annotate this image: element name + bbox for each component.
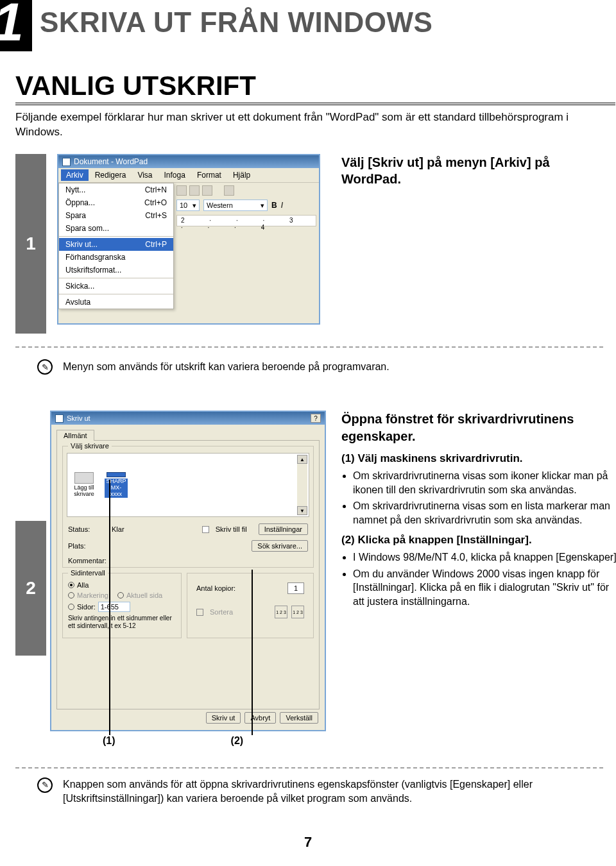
menu-item-spara[interactable]: SparaCtrl+S bbox=[59, 209, 173, 222]
menu-item-skicka[interactable]: Skicka... bbox=[59, 280, 173, 293]
menu-item-utskriftsformat[interactable]: Utskriftsformat... bbox=[59, 264, 173, 276]
chapter-title: SKRIVA UT FRÅN WINDOWS bbox=[40, 6, 432, 38]
wordpad-menubar: Arkiv Redigera Visa Infoga Format Hjälp bbox=[58, 168, 319, 183]
help-button[interactable]: ? bbox=[311, 414, 321, 423]
add-printer-item[interactable]: Lägg till skrivare bbox=[73, 472, 96, 498]
group-sidintervall: Sidintervall bbox=[68, 569, 108, 577]
radio-sidor[interactable] bbox=[68, 604, 74, 610]
scroll-down-icon[interactable]: ▼ bbox=[297, 506, 307, 515]
note-2-text: Knappen som används för att öppna skriva… bbox=[63, 777, 595, 806]
menu-item-spara-som[interactable]: Spara som... bbox=[59, 222, 173, 235]
group-valj-skrivare: Välj skrivare bbox=[68, 442, 112, 450]
step-2-marker: 2 bbox=[15, 521, 46, 656]
step-2-b3: I Windows 98/Me/NT 4.0, klicka på knappe… bbox=[353, 550, 616, 565]
chevron-down-icon: ▾ bbox=[261, 201, 264, 210]
status-value: Klar bbox=[112, 525, 124, 533]
section-intro: Följande exempel förklarar hur man skriv… bbox=[15, 110, 580, 140]
cancel-button[interactable]: Avbryt bbox=[244, 712, 276, 724]
note-1: ✎ Menyn som används för utskrift kan var… bbox=[37, 359, 389, 375]
radio-sidor-label: Sidor: bbox=[77, 603, 96, 611]
sortera-checkbox[interactable] bbox=[196, 609, 203, 616]
print-dialog-titlebar: Skriv ut ? bbox=[51, 412, 325, 425]
tab-allmant[interactable]: Allmänt bbox=[56, 430, 94, 441]
apply-button[interactable]: Verkställ bbox=[280, 712, 318, 724]
chevron-down-icon: ▾ bbox=[193, 201, 196, 210]
step-2-b4: Om du använder Windows 2000 visas ingen … bbox=[353, 567, 616, 609]
menu-item-forhandsgranska[interactable]: Förhandsgranska bbox=[59, 251, 173, 264]
kommentar-label: Kommentar: bbox=[68, 557, 108, 565]
step-2-sub1: (1) Välj maskinens skrivardrivrutin. bbox=[341, 452, 616, 466]
radio-alla[interactable] bbox=[68, 582, 74, 588]
to-file-checkbox[interactable] bbox=[202, 526, 209, 533]
page-number: 7 bbox=[0, 834, 616, 851]
pencil-icon: ✎ bbox=[37, 359, 53, 375]
divider bbox=[15, 346, 603, 348]
pencil-icon: ✎ bbox=[37, 777, 53, 793]
menu-infoga[interactable]: Infoga bbox=[159, 169, 191, 181]
radio-aktuell[interactable] bbox=[117, 592, 124, 599]
step-2-instruction: Öppna fönstret för skrivardrivrutinens e… bbox=[341, 411, 616, 615]
to-file-label: Skriv till fil bbox=[216, 525, 247, 533]
menu-redigera[interactable]: Redigera bbox=[90, 169, 132, 181]
callout-line-1 bbox=[109, 480, 110, 735]
step-2-heading: Öppna fönstret för skrivardrivrutinens e… bbox=[341, 411, 616, 445]
radio-markering-label: Markering bbox=[77, 591, 108, 599]
callouts: (1) (2) bbox=[103, 735, 243, 747]
callout-1: (1) bbox=[103, 735, 116, 747]
printer-list: Lägg till skrivare SHARP MX-xxxx ▲▼ bbox=[67, 453, 309, 517]
paste-icon[interactable] bbox=[202, 185, 212, 196]
menu-hjalp[interactable]: Hjälp bbox=[228, 169, 255, 181]
section-heading: VANLIG UTSKRIFT bbox=[15, 71, 615, 105]
copy-icon[interactable] bbox=[189, 185, 200, 196]
collate-icon: 1 2 3 bbox=[291, 606, 304, 618]
arkiv-dropdown: Nytt...Ctrl+N Öppna...Ctrl+O SparaCtrl+S… bbox=[58, 183, 174, 309]
callout-2: (2) bbox=[231, 735, 244, 747]
collate-icon: 1 2 3 bbox=[275, 606, 287, 618]
plats-label: Plats: bbox=[68, 542, 108, 550]
fontsize-select[interactable]: 10▾ bbox=[176, 200, 200, 211]
sortera-label: Sortera bbox=[210, 608, 233, 616]
bold-icon[interactable]: B bbox=[271, 201, 277, 210]
note-2: ✎ Knappen som används för att öppna skri… bbox=[37, 777, 595, 806]
print-dialog: Skriv ut ? Allmänt Välj skrivare Lägg ti… bbox=[50, 411, 326, 731]
printer-scrollbar[interactable]: ▲▼ bbox=[297, 455, 307, 515]
printer-item-selected[interactable]: SHARP MX-xxxx bbox=[105, 472, 128, 498]
callout-line-2 bbox=[252, 570, 253, 735]
wordpad-titlebar: Dokument - WordPad bbox=[58, 155, 319, 168]
note-1-text: Menyn som används för utskrift kan varie… bbox=[63, 361, 389, 373]
menu-format[interactable]: Format bbox=[192, 169, 227, 181]
find-printer-button[interactable]: Sök skrivare... bbox=[252, 540, 308, 552]
step-2-b2: Om skrivardrivrutinerna visas som en lis… bbox=[353, 499, 616, 527]
scroll-up-icon[interactable]: ▲ bbox=[297, 455, 307, 464]
undo-icon[interactable] bbox=[224, 185, 234, 196]
wordpad-icon bbox=[62, 158, 71, 166]
settings-button[interactable]: Inställningar bbox=[259, 523, 308, 535]
menu-item-skriv-ut[interactable]: Skriv ut...Ctrl+P bbox=[59, 238, 173, 251]
step-2-sub2: (2) Klicka på knappen [Inställningar]. bbox=[341, 533, 616, 548]
printer-icon bbox=[55, 414, 64, 423]
radio-aktuell-label: Aktuell sida bbox=[126, 591, 162, 599]
print-button[interactable]: Skriv ut bbox=[206, 712, 241, 724]
fontname-select[interactable]: Western▾ bbox=[203, 200, 268, 211]
sidor-input[interactable] bbox=[98, 602, 130, 612]
wordpad-ruler: 2 · · · 3 · · · 4 bbox=[176, 215, 316, 226]
menu-visa[interactable]: Visa bbox=[132, 169, 157, 181]
copies-label: Antal kopior: bbox=[196, 584, 235, 592]
status-label: Status: bbox=[68, 525, 108, 533]
print-dialog-title: Skriv ut bbox=[67, 414, 90, 422]
copies-input[interactable]: 1 bbox=[287, 582, 304, 594]
wordpad-window: Dokument - WordPad Arkiv Redigera Visa I… bbox=[57, 154, 320, 325]
step-1-marker: 1 bbox=[15, 154, 46, 334]
wordpad-title-text: Dokument - WordPad bbox=[74, 157, 148, 166]
sidintervall-help: Skriv antingen in ett sidnummer eller et… bbox=[63, 613, 181, 634]
menu-item-avsluta[interactable]: Avsluta bbox=[59, 296, 173, 309]
menu-item-oppna[interactable]: Öppna...Ctrl+O bbox=[59, 196, 173, 209]
menu-arkiv[interactable]: Arkiv bbox=[61, 169, 89, 181]
step-2-b1: Om skrivardrivrutinerna visas som ikoner… bbox=[353, 469, 616, 497]
chapter-number-badge: 1 bbox=[0, 0, 32, 51]
menu-item-nytt[interactable]: Nytt...Ctrl+N bbox=[59, 183, 173, 196]
cut-icon[interactable] bbox=[176, 185, 187, 196]
radio-markering[interactable] bbox=[68, 592, 74, 599]
radio-alla-label: Alla bbox=[77, 581, 89, 589]
italic-icon[interactable]: I bbox=[281, 201, 283, 210]
